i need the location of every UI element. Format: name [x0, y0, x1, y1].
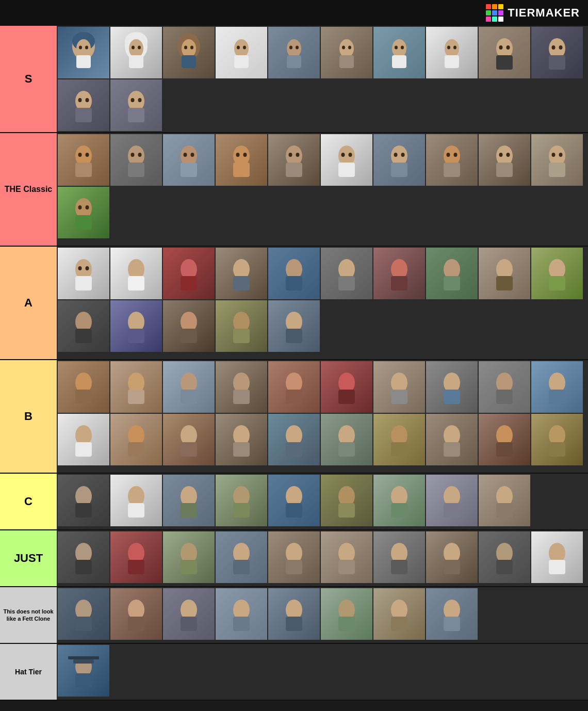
char-c9 [479, 475, 530, 526]
svg-point-43 [559, 45, 563, 50]
char-just9 [479, 531, 530, 583]
svg-rect-186 [496, 503, 513, 518]
svg-rect-144 [444, 390, 460, 404]
char-just1 [58, 531, 109, 583]
char-classic2 [110, 134, 162, 186]
svg-point-50 [131, 98, 135, 102]
char-b13 [163, 414, 215, 465]
svg-rect-130 [75, 390, 92, 404]
svg-rect-178 [286, 503, 302, 518]
tier-label-c: C [0, 474, 57, 529]
tier-row-c: C [0, 474, 588, 530]
tier-label-b: B [0, 360, 57, 473]
svg-rect-64 [181, 163, 197, 177]
char-s11 [58, 79, 109, 131]
char-c2 [110, 475, 162, 526]
char-a11 [58, 300, 109, 352]
svg-point-55 [86, 153, 89, 157]
svg-rect-218 [338, 617, 355, 631]
char-b17 [373, 414, 425, 465]
svg-point-10 [138, 46, 141, 50]
tier-content-hat [57, 644, 588, 700]
svg-point-31 [401, 46, 404, 50]
svg-rect-56 [75, 163, 92, 177]
svg-rect-226 [68, 656, 99, 659]
char-s6 [321, 27, 372, 78]
svg-point-46 [78, 98, 82, 102]
char-c7 [373, 475, 425, 526]
svg-rect-158 [286, 442, 302, 457]
svg-rect-84 [444, 163, 460, 177]
svg-rect-88 [496, 163, 513, 177]
svg-rect-44 [549, 55, 565, 70]
svg-point-35 [453, 46, 456, 50]
svg-rect-122 [128, 329, 144, 343]
char-b15 [268, 414, 320, 465]
svg-rect-92 [549, 163, 565, 177]
svg-point-34 [447, 46, 450, 50]
char-a15 [268, 300, 320, 352]
svg-rect-11 [129, 55, 143, 68]
svg-rect-5 [76, 55, 91, 68]
svg-point-21 [287, 39, 301, 58]
char-a1 [58, 248, 109, 299]
svg-rect-120 [75, 329, 92, 343]
char-a5 [268, 248, 320, 299]
svg-point-54 [78, 153, 82, 157]
svg-rect-192 [181, 560, 197, 574]
svg-rect-136 [233, 390, 250, 404]
logo-grid-icon [486, 4, 503, 22]
char-a7 [373, 248, 425, 299]
svg-point-4 [85, 46, 88, 50]
svg-rect-202 [444, 560, 460, 574]
char-a12 [110, 300, 162, 352]
svg-rect-154 [181, 442, 197, 457]
svg-rect-214 [233, 617, 250, 631]
svg-rect-32 [392, 55, 406, 68]
svg-point-71 [296, 153, 300, 157]
svg-rect-60 [128, 163, 144, 177]
tier-label-hat: Hat Tier [0, 644, 57, 700]
svg-rect-198 [338, 560, 355, 574]
tier-label-classic: THE Classic [0, 133, 57, 246]
tiermaker-logo: TiERMAKER [486, 4, 580, 22]
svg-point-3 [79, 46, 82, 50]
tier-row-just: JUST [0, 530, 588, 587]
header: TiERMAKER [0, 0, 588, 26]
svg-point-63 [191, 153, 194, 157]
tier-row-a: A [0, 247, 588, 360]
svg-point-33 [445, 39, 459, 58]
tier-content-a [57, 247, 588, 359]
tier-row-hat: Hat Tier [0, 644, 588, 701]
svg-rect-134 [181, 390, 197, 404]
svg-point-13 [182, 39, 196, 58]
svg-point-15 [190, 46, 193, 50]
svg-rect-170 [75, 503, 92, 518]
char-b12 [110, 414, 162, 465]
svg-rect-176 [233, 503, 250, 518]
svg-rect-206 [549, 560, 565, 574]
char-classic9 [479, 134, 530, 186]
char-b18 [426, 414, 478, 465]
svg-rect-180 [338, 503, 355, 518]
char-fett4 [216, 588, 267, 640]
svg-point-70 [289, 153, 292, 157]
char-c5 [268, 475, 320, 526]
svg-rect-16 [182, 55, 196, 68]
char-fett8 [426, 588, 478, 640]
svg-point-59 [138, 153, 142, 157]
svg-rect-36 [445, 55, 459, 68]
tier-content-s [57, 26, 588, 132]
char-fett1 [58, 588, 109, 640]
svg-point-25 [339, 39, 354, 58]
svg-point-87 [507, 153, 510, 157]
char-classic5 [268, 134, 320, 186]
svg-rect-200 [391, 560, 407, 574]
svg-rect-40 [496, 55, 513, 70]
char-just10 [531, 531, 583, 583]
char-b8 [426, 361, 478, 413]
svg-point-86 [499, 153, 503, 157]
char-b7 [373, 361, 425, 413]
svg-rect-28 [339, 55, 354, 68]
svg-rect-104 [181, 276, 197, 290]
